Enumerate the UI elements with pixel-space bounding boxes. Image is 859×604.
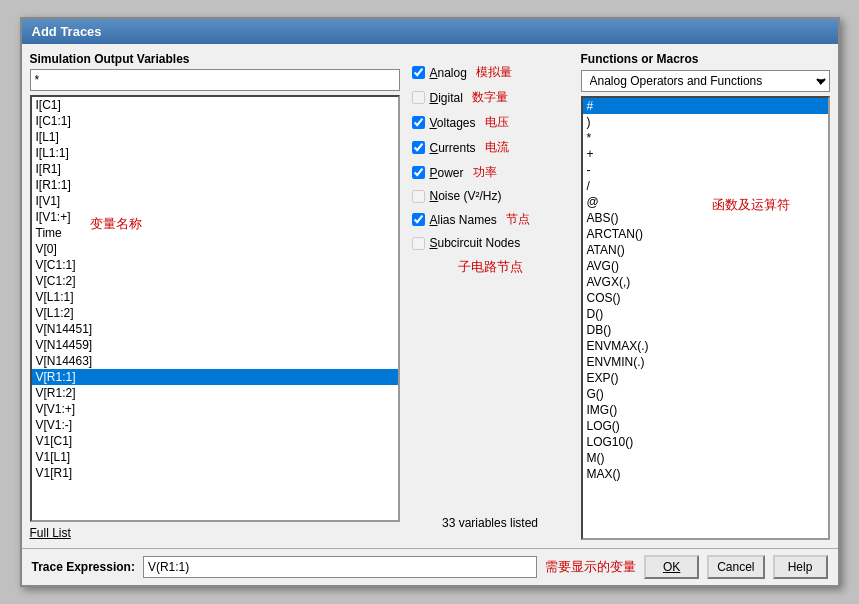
list-item[interactable]: + bbox=[583, 146, 828, 162]
list-item[interactable]: I[C1] bbox=[32, 97, 398, 113]
list-item[interactable]: V[L1:1] bbox=[32, 289, 398, 305]
checkbox-chinese-power: 功率 bbox=[473, 164, 497, 181]
dialog-title: Add Traces bbox=[32, 24, 102, 39]
list-item[interactable]: COS() bbox=[583, 290, 828, 306]
trace-expression-label: Trace Expression: bbox=[32, 560, 135, 574]
help-button[interactable]: Help bbox=[773, 555, 828, 579]
list-item[interactable]: I[C1:1] bbox=[32, 113, 398, 129]
display-annotation: 需要显示的变量 bbox=[545, 558, 636, 576]
checkbox-label-alias: Alias Names bbox=[430, 213, 497, 227]
checkbox-label-digital: Digital bbox=[430, 91, 463, 105]
cancel-button[interactable]: Cancel bbox=[707, 555, 764, 579]
list-item[interactable]: V[R1:2] bbox=[32, 385, 398, 401]
checkbox-chinese-analog: 模拟量 bbox=[476, 64, 512, 81]
list-item[interactable]: V[V1:-] bbox=[32, 417, 398, 433]
ok-button[interactable]: OK bbox=[644, 555, 699, 579]
checkbox-voltages[interactable] bbox=[412, 116, 425, 129]
list-item[interactable]: # bbox=[583, 98, 828, 114]
checkbox-noise bbox=[412, 190, 425, 203]
trace-expression-input[interactable] bbox=[143, 556, 537, 578]
checkbox-chinese-voltages: 电压 bbox=[485, 114, 509, 131]
checkbox-label-subcircuit: Subcircuit Nodes bbox=[430, 236, 521, 250]
checkbox-currents[interactable] bbox=[412, 141, 425, 154]
checkbox-row-power: Power功率 bbox=[412, 162, 569, 183]
left-panel: Simulation Output Variables I[C1]I[C1:1]… bbox=[30, 52, 400, 540]
list-item[interactable]: ) bbox=[583, 114, 828, 130]
list-item[interactable]: V[L1:2] bbox=[32, 305, 398, 321]
checkbox-power[interactable] bbox=[412, 166, 425, 179]
right-panel-wrapper: #)*+-/@ABS()ARCTAN()ATAN()AVG()AVGX(,)CO… bbox=[581, 96, 830, 540]
sim-output-label: Simulation Output Variables bbox=[30, 52, 400, 66]
list-item[interactable]: DB() bbox=[583, 322, 828, 338]
search-input[interactable] bbox=[30, 69, 400, 91]
list-item[interactable]: Time bbox=[32, 225, 398, 241]
right-panel-header: Functions or Macros bbox=[581, 52, 830, 66]
checkbox-digital bbox=[412, 91, 425, 104]
list-item[interactable]: EXP() bbox=[583, 370, 828, 386]
list-item[interactable]: ENVMIN(.) bbox=[583, 354, 828, 370]
bottom-bar: Trace Expression: 需要显示的变量 OK Cancel Help bbox=[22, 548, 838, 585]
list-item[interactable]: ARCTAN() bbox=[583, 226, 828, 242]
checkbox-chinese-currents: 电流 bbox=[485, 139, 509, 156]
checkbox-label-analog: Analog bbox=[430, 66, 467, 80]
right-panel: Functions or Macros Analog Operators and… bbox=[581, 52, 830, 540]
list-item[interactable]: I[R1:1] bbox=[32, 177, 398, 193]
checkbox-row-noise: Noise (V²/Hz) bbox=[412, 187, 569, 205]
list-item[interactable]: - bbox=[583, 162, 828, 178]
full-list-label[interactable]: Full List bbox=[30, 526, 400, 540]
list-item[interactable]: V[N14463] bbox=[32, 353, 398, 369]
checkbox-row-voltages: Voltages电压 bbox=[412, 112, 569, 133]
functions-dropdown[interactable]: Analog Operators and Functions bbox=[581, 70, 830, 92]
variable-list[interactable]: I[C1]I[C1:1]I[L1]I[L1:1]I[R1]I[R1:1]I[V1… bbox=[30, 95, 400, 522]
checkbox-chinese-digital: 数字量 bbox=[472, 89, 508, 106]
title-bar: Add Traces bbox=[22, 19, 838, 44]
list-item[interactable]: M() bbox=[583, 450, 828, 466]
list-item[interactable]: I[L1] bbox=[32, 129, 398, 145]
list-item[interactable]: V[N14451] bbox=[32, 321, 398, 337]
checkbox-row-alias: Alias Names节点 bbox=[412, 209, 569, 230]
list-item[interactable]: / bbox=[583, 178, 828, 194]
functions-label: Functions or Macros bbox=[581, 52, 699, 66]
list-item[interactable]: G() bbox=[583, 386, 828, 402]
subcircuit-annotation: 子电路节点 bbox=[412, 258, 569, 276]
checkbox-label-voltages: Voltages bbox=[430, 116, 476, 130]
list-item[interactable]: V[C1:2] bbox=[32, 273, 398, 289]
checkbox-subcircuit bbox=[412, 237, 425, 250]
list-item[interactable]: ABS() bbox=[583, 210, 828, 226]
list-item[interactable]: MAX() bbox=[583, 466, 828, 482]
checkbox-label-currents: Currents bbox=[430, 141, 476, 155]
list-item[interactable]: I[V1:+] bbox=[32, 209, 398, 225]
dialog-content: Simulation Output Variables I[C1]I[C1:1]… bbox=[22, 44, 838, 548]
add-traces-dialog: Add Traces Simulation Output Variables I… bbox=[20, 17, 840, 587]
list-item[interactable]: IMG() bbox=[583, 402, 828, 418]
list-item[interactable]: D() bbox=[583, 306, 828, 322]
middle-panel: Analog模拟量Digital数字量Voltages电压Currents电流P… bbox=[408, 52, 573, 540]
list-item[interactable]: @ bbox=[583, 194, 828, 210]
list-item[interactable]: V[C1:1] bbox=[32, 257, 398, 273]
variables-count: 33 variables listed bbox=[412, 516, 569, 530]
list-item[interactable]: V[V1:+] bbox=[32, 401, 398, 417]
list-item[interactable]: I[R1] bbox=[32, 161, 398, 177]
list-item[interactable]: V[R1:1] bbox=[32, 369, 398, 385]
list-item[interactable]: * bbox=[583, 130, 828, 146]
checkbox-label-noise: Noise (V²/Hz) bbox=[430, 189, 502, 203]
list-item[interactable]: V[N14459] bbox=[32, 337, 398, 353]
list-item[interactable]: V1[R1] bbox=[32, 465, 398, 481]
functions-list[interactable]: #)*+-/@ABS()ARCTAN()ATAN()AVG()AVGX(,)CO… bbox=[581, 96, 830, 540]
checkbox-row-currents: Currents电流 bbox=[412, 137, 569, 158]
list-item[interactable]: ENVMAX(.) bbox=[583, 338, 828, 354]
list-item[interactable]: V1[C1] bbox=[32, 433, 398, 449]
checkbox-alias[interactable] bbox=[412, 213, 425, 226]
list-item[interactable]: LOG() bbox=[583, 418, 828, 434]
list-item[interactable]: AVGX(,) bbox=[583, 274, 828, 290]
list-item[interactable]: V[0] bbox=[32, 241, 398, 257]
variable-list-wrapper: I[C1]I[C1:1]I[L1]I[L1:1]I[R1]I[R1:1]I[V1… bbox=[30, 95, 400, 522]
list-item[interactable]: I[L1:1] bbox=[32, 145, 398, 161]
list-item[interactable]: LOG10() bbox=[583, 434, 828, 450]
list-item[interactable]: V1[L1] bbox=[32, 449, 398, 465]
list-item[interactable]: AVG() bbox=[583, 258, 828, 274]
checkbox-row-analog: Analog模拟量 bbox=[412, 62, 569, 83]
list-item[interactable]: ATAN() bbox=[583, 242, 828, 258]
list-item[interactable]: I[V1] bbox=[32, 193, 398, 209]
checkbox-analog[interactable] bbox=[412, 66, 425, 79]
